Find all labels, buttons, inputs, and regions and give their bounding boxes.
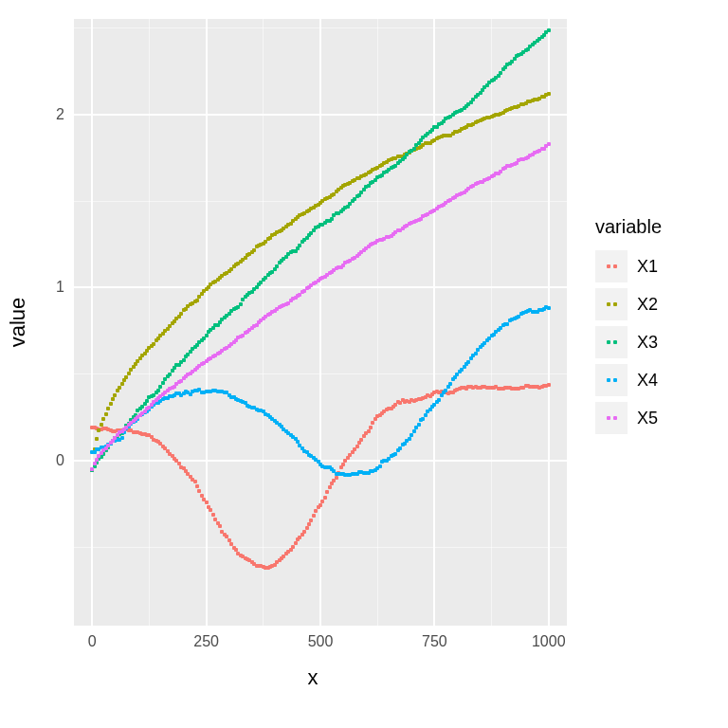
data-point [369, 426, 373, 429]
data-point [312, 514, 316, 518]
data-point [197, 489, 201, 493]
legend-key [595, 288, 628, 320]
data-point [118, 386, 121, 390]
data-point [93, 462, 97, 465]
data-point [323, 496, 327, 500]
data-point [341, 463, 345, 466]
data-point [444, 389, 447, 392]
data-point [100, 423, 103, 427]
data-point [106, 407, 110, 410]
data-point [351, 450, 355, 454]
data-point [437, 398, 441, 402]
data-point [417, 423, 421, 427]
data-point [168, 373, 172, 376]
x-axis-title-text: x [308, 665, 318, 689]
data-point [318, 503, 322, 507]
data-point [410, 433, 413, 437]
data-point [448, 382, 452, 386]
data-point [161, 381, 165, 385]
data-point [122, 378, 126, 382]
data-point [294, 541, 298, 545]
data-point [97, 428, 100, 432]
data-point [111, 397, 115, 401]
data-point [547, 28, 551, 32]
data-point [116, 389, 119, 392]
legend-label: X5 [637, 409, 658, 428]
data-point [547, 306, 551, 310]
data-point [156, 389, 160, 392]
data-point [339, 465, 343, 469]
legend-key [595, 326, 628, 358]
data-point [104, 412, 108, 416]
data-point [305, 526, 309, 530]
data-point [239, 302, 243, 306]
data-point [124, 375, 128, 379]
data-point [127, 372, 131, 375]
data-point [474, 352, 478, 355]
data-point [505, 322, 509, 326]
chart-figure: value x variable 02505007501000012X1X2X3… [0, 0, 728, 728]
data-point [393, 452, 397, 456]
data-point [547, 142, 551, 146]
data-point [97, 454, 100, 458]
data-point [320, 500, 324, 503]
data-point [205, 500, 209, 504]
data-point [218, 524, 222, 528]
legend-item: X5 [595, 402, 658, 434]
data-point [120, 436, 124, 440]
y-tick-label: 2 [56, 106, 64, 123]
data-point [424, 413, 428, 417]
data-point [412, 429, 416, 433]
x-tick-label: 500 [308, 633, 334, 650]
data-point [547, 92, 551, 96]
data-point [120, 382, 124, 386]
data-point [309, 519, 313, 522]
data-point [291, 545, 295, 549]
data-point [314, 509, 318, 513]
data-point [209, 508, 212, 512]
legend-item: X4 [595, 364, 658, 396]
data-point [398, 446, 402, 450]
data-point [371, 421, 374, 425]
legend-item: X3 [595, 326, 658, 358]
data-point [193, 480, 197, 483]
data-point [335, 476, 338, 480]
data-point [499, 71, 502, 75]
data-point [109, 402, 113, 406]
x-tick-label: 1000 [532, 633, 566, 650]
data-point [158, 385, 162, 389]
legend-key [595, 250, 628, 282]
y-axis-title: value [6, 298, 30, 348]
y-tick-label: 0 [56, 452, 64, 469]
legend-item: X1 [595, 250, 658, 282]
data-point [101, 417, 105, 421]
data-point [195, 299, 199, 302]
x-tick-label: 750 [422, 633, 447, 650]
data-point [182, 358, 186, 362]
data-point [328, 485, 332, 489]
legend-label: X4 [637, 371, 658, 391]
data-point [307, 522, 311, 526]
x-tick-label: 0 [88, 633, 97, 650]
data-point [302, 530, 306, 534]
legend-label: X1 [637, 257, 658, 277]
legend-item: X2 [595, 288, 658, 320]
data-point [355, 445, 359, 448]
y-tick-label: 1 [56, 279, 64, 296]
data-point [298, 536, 301, 539]
data-point [412, 147, 416, 151]
y-axis-title-text: value [6, 298, 29, 348]
data-point [113, 393, 117, 397]
data-point [275, 264, 279, 268]
data-point [367, 429, 371, 433]
data-point [325, 490, 329, 494]
data-point [378, 464, 382, 468]
legend-label: X2 [637, 295, 658, 315]
data-point [195, 484, 199, 488]
data-point [143, 402, 147, 406]
legend-key [595, 402, 628, 434]
plot-panel [74, 19, 567, 626]
x-axis-title: x [308, 665, 318, 690]
x-tick-label: 250 [193, 633, 219, 650]
legend-title: variable [595, 216, 662, 238]
